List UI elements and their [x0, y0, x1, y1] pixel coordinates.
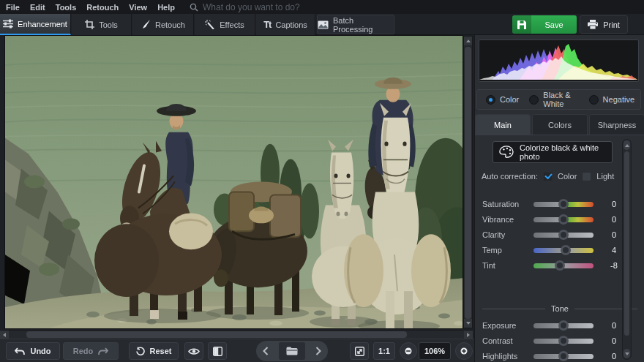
highlights-slider[interactable] — [533, 354, 594, 359]
eye-icon — [188, 347, 200, 355]
prev-photo-icon[interactable] — [263, 347, 269, 355]
print-button[interactable]: Print — [580, 15, 628, 34]
tab-sharpness[interactable]: Sharpness — [589, 114, 644, 135]
brush-icon — [141, 20, 151, 29]
photo-editor-window: File Edit Tools Retouch View Help Enhanc… — [0, 0, 644, 362]
vertical-scroll-thumb[interactable] — [465, 47, 471, 319]
exposure-slider[interactable] — [533, 323, 594, 328]
horizontal-scroll-thumb[interactable] — [26, 331, 407, 338]
scroll-down-icon[interactable] — [464, 319, 472, 328]
reset-button[interactable]: Reset — [129, 342, 179, 360]
slider-row-temp: Temp 4 — [475, 244, 644, 256]
tab-retouch[interactable]: Retouch — [132, 14, 194, 35]
tab-captions[interactable]: Tt Captions — [256, 14, 315, 35]
vibrance-slider[interactable] — [533, 217, 594, 222]
highlights-knob[interactable] — [558, 351, 569, 361]
search-input[interactable] — [203, 2, 364, 12]
radio-negative[interactable] — [589, 95, 599, 105]
menu-file[interactable]: File — [6, 3, 20, 12]
search-icon — [190, 3, 198, 12]
temp-knob[interactable] — [561, 245, 571, 255]
exposure-knob[interactable] — [558, 320, 569, 331]
undo-icon — [15, 347, 25, 355]
printer-icon — [588, 20, 598, 29]
bottom-toolbar: Undo Redo Reset — [0, 339, 474, 362]
panel-scroll-up-icon[interactable] — [624, 140, 630, 150]
main-tab-content: Colorize black & white photo Auto correc… — [475, 135, 644, 362]
zoom-in-button[interactable] — [455, 342, 473, 360]
color-mode-selector: Color Black & White Negative — [476, 89, 641, 110]
zoom-out-button[interactable] — [400, 342, 417, 360]
save-button[interactable]: Save — [512, 15, 577, 34]
menubar: File Edit Tools Retouch View Help — [0, 0, 644, 14]
fit-to-screen-button[interactable] — [350, 342, 369, 360]
scroll-left-icon[interactable] — [0, 331, 9, 339]
vibrance-knob[interactable] — [558, 214, 569, 225]
slider-row-clarity: Clarity 0 — [475, 229, 644, 241]
tab-effects[interactable]: Effects — [195, 14, 255, 35]
text-icon: Tt — [263, 19, 271, 30]
photo-canvas[interactable] — [5, 36, 463, 328]
menu-retouch[interactable]: Retouch — [86, 3, 119, 12]
wand-icon — [205, 20, 215, 29]
scroll-right-icon[interactable] — [464, 331, 473, 339]
open-folder-button[interactable] — [279, 342, 305, 360]
menu-edit[interactable]: Edit — [30, 3, 45, 12]
tone-section-header: Tone — [475, 303, 644, 314]
panel-scroll-down-icon[interactable] — [624, 349, 630, 358]
undo-button[interactable]: Undo — [6, 342, 60, 360]
canvas-horizontal-scrollbar[interactable] — [0, 330, 473, 339]
adjustments-panel: Color Black & White Negative Main Colors… — [474, 35, 644, 362]
menu-view[interactable]: View — [129, 3, 147, 12]
zoom-level-display[interactable]: 106% — [419, 342, 451, 360]
menu-help[interactable]: Help — [157, 3, 175, 12]
contrast-knob[interactable] — [558, 336, 569, 346]
preview-original-button[interactable] — [184, 342, 203, 360]
before-after-button[interactable] — [208, 342, 227, 360]
slider-row-vibrance: Vibrance 0 — [475, 214, 644, 225]
tab-colors[interactable]: Colors — [532, 114, 588, 135]
panel-tabs: Main Colors Sharpness — [475, 114, 644, 135]
contrast-slider[interactable] — [533, 339, 594, 344]
redo-button[interactable]: Redo — [63, 342, 119, 360]
saturation-knob[interactable] — [558, 199, 569, 209]
slider-row-saturation: Saturation 0 — [475, 198, 644, 210]
tint-knob[interactable] — [555, 260, 565, 271]
save-icon — [512, 15, 531, 34]
clarity-slider[interactable] — [533, 233, 594, 238]
canvas-vertical-scrollbar[interactable] — [463, 36, 473, 328]
photos-icon — [318, 20, 329, 29]
clarity-knob[interactable] — [558, 230, 569, 240]
slider-row-contrast: Contrast 0 — [475, 335, 644, 347]
temp-slider[interactable] — [533, 248, 594, 253]
panel-scroll-thumb[interactable] — [624, 151, 629, 336]
tab-main[interactable]: Main — [475, 114, 531, 135]
saturation-slider[interactable] — [533, 202, 594, 207]
plus-icon — [460, 347, 468, 355]
tint-slider[interactable] — [533, 263, 594, 268]
tab-tools[interactable]: Tools — [72, 14, 132, 35]
slider-row-highlights: Highlights 0 — [475, 350, 644, 362]
radio-black-white[interactable] — [529, 95, 539, 105]
radio-color[interactable] — [486, 95, 495, 105]
next-photo-icon[interactable] — [315, 347, 321, 355]
tab-batch-processing[interactable]: Batch Processing — [317, 15, 394, 34]
reset-icon — [136, 347, 145, 355]
scroll-up-icon[interactable] — [464, 37, 472, 45]
crop-icon — [85, 20, 94, 29]
photo-image — [5, 36, 463, 328]
canvas-area: Undo Redo Reset — [0, 35, 474, 362]
compare-icon — [213, 347, 222, 356]
palette-icon — [499, 145, 514, 159]
panel-scrollbar[interactable] — [622, 139, 632, 360]
sliders-icon — [3, 19, 13, 29]
zoom-actual-size-button[interactable]: 1:1 — [373, 342, 395, 360]
redo-icon — [98, 347, 108, 355]
colorize-button[interactable]: Colorize black & white photo — [493, 141, 613, 163]
menu-tools[interactable]: Tools — [56, 3, 77, 12]
slider-row-exposure: Exposure 0 — [475, 320, 644, 331]
tab-enhancement[interactable]: Enhancement — [0, 14, 71, 35]
minus-icon — [405, 347, 412, 355]
auto-color-checkbox[interactable] — [543, 172, 553, 181]
auto-light-checkbox[interactable] — [582, 172, 591, 181]
